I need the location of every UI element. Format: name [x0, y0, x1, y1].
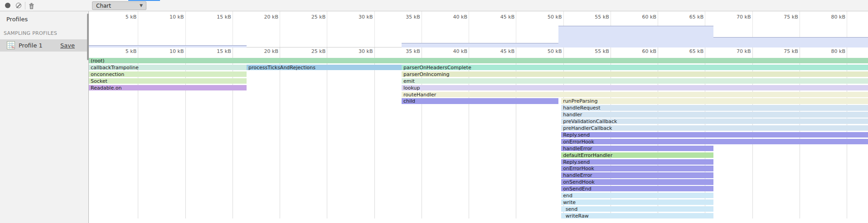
view-mode-select[interactable]: Chart ▼ — [92, 1, 146, 10]
frame-label: child — [402, 99, 415, 104]
flame-frame-write-[interactable]: write_ — [561, 199, 713, 205]
overview-gridline — [233, 11, 233, 47]
frame-label: end — [561, 193, 572, 198]
overview-area-step — [713, 37, 868, 47]
frame-label: (root) — [89, 58, 105, 63]
frame-label: emit — [402, 79, 415, 84]
frame-label: runPreParsing — [561, 99, 597, 104]
overview-tick-label: 65 kB — [676, 14, 703, 20]
flame-frame-parseronincoming[interactable]: parserOnIncoming — [402, 71, 868, 77]
overview-tick-label: 70 kB — [724, 14, 751, 20]
overview-tick-label: 40 kB — [440, 14, 467, 20]
flame-tick-label: 70 kB — [724, 48, 751, 54]
flame-frame--send[interactable]: _send — [561, 206, 713, 212]
overview-tick-label: 5 kB — [109, 14, 136, 20]
frame-label: handleError — [561, 146, 592, 151]
overview-tick-label: 80 kB — [818, 14, 845, 20]
flame-frame-handler[interactable]: handler — [561, 112, 868, 117]
flame-frame-runpreparsing[interactable]: runPreParsing — [561, 98, 868, 104]
flame-tick-label: 80 kB — [818, 48, 845, 54]
overview-gridline — [185, 11, 186, 47]
flame-frame--root-[interactable]: (root) — [89, 58, 868, 63]
frame-label: onconnection — [89, 72, 124, 77]
flame-tick-label: 55 kB — [582, 48, 609, 54]
trash-icon[interactable] — [28, 2, 35, 9]
overview-gridline — [327, 11, 327, 47]
flame-frame-onsendhook[interactable]: onSendHook — [561, 179, 713, 185]
frame-label: processTicksAndRejections — [247, 65, 315, 70]
flame-gridline — [280, 47, 280, 218]
frame-label: handleError — [561, 173, 592, 178]
vertical-scrollbar[interactable] — [87, 14, 89, 60]
view-mode-value: Chart — [96, 3, 111, 9]
flame-frame-defaulterrorhandler[interactable]: defaultErrorHandler — [561, 152, 713, 158]
flame-frame-processticksandrejections[interactable]: processTicksAndRejections — [247, 65, 402, 70]
flame-frame-prevalidationcallback[interactable]: preValidationCallback — [561, 119, 868, 124]
frame-label: defaultErrorHandler — [561, 153, 612, 158]
active-tab-indicator — [128, 0, 160, 1]
profile-heap-icon: % — [7, 41, 15, 49]
flame-frame-handleerror[interactable]: handleError — [561, 172, 713, 178]
overview-tick-label: 75 kB — [771, 14, 798, 20]
flame-tick-label: 75 kB — [771, 48, 798, 54]
main-toolbar: Chart ▼ — [0, 0, 868, 11]
overview-tick-label: 15 kB — [204, 14, 231, 20]
frame-label: Socket — [89, 79, 107, 84]
flame-frame-prehandlercallback[interactable]: preHandlerCallback — [561, 125, 868, 131]
flame-tick-label: 65 kB — [676, 48, 703, 54]
overview-tick-label: 20 kB — [251, 14, 278, 20]
frame-label: Reply.send — [561, 160, 590, 165]
overview-tick-label: 60 kB — [629, 14, 656, 20]
flame-tick-label: 40 kB — [440, 48, 467, 54]
frame-label: preHandlerCallback — [561, 126, 612, 131]
flame-frame-lookup[interactable]: lookup — [402, 85, 868, 90]
flame-tick-label: 25 kB — [298, 48, 325, 54]
flame-tick-label: 45 kB — [487, 48, 514, 54]
flame-frame-end[interactable]: end — [561, 193, 713, 198]
overview-tick-label: 45 kB — [487, 14, 514, 20]
flame-tick-label: 20 kB — [251, 48, 278, 54]
sidebar-item-profile-1[interactable]: % Profile 1 Save — [0, 39, 88, 52]
clear-icon[interactable] — [15, 2, 22, 9]
overview-tick-label: 25 kB — [298, 14, 325, 20]
flame-frame-reply-send[interactable]: Reply.send — [561, 159, 713, 165]
overview-gridline — [374, 11, 375, 47]
frame-label: Readable.on — [89, 85, 121, 90]
record-icon[interactable] — [5, 2, 11, 9]
frame-label: onErrorHook — [561, 139, 594, 144]
frame-label: handler — [561, 112, 582, 117]
flame-frame-emit[interactable]: emit — [402, 78, 868, 84]
flame-frame-reply-send[interactable]: Reply.send — [561, 132, 868, 138]
frame-label: write_ — [561, 200, 578, 205]
flame-frame-socket[interactable]: Socket — [89, 78, 247, 84]
profiler-panel: Chart ▼ Profiles SAMPLING PROFILES % Pro… — [0, 0, 868, 223]
flame-frame-parseronheaderscomplete[interactable]: parserOnHeadersComplete — [402, 65, 868, 70]
sidebar-title: Profiles — [6, 16, 28, 23]
flame-tick-label: 60 kB — [629, 48, 656, 54]
flame-tick-label: 5 kB — [109, 48, 136, 54]
flame-frame-child[interactable]: child — [402, 98, 558, 104]
flame-frame-onconnection[interactable]: onconnection — [89, 71, 247, 77]
save-link[interactable]: Save — [60, 42, 75, 49]
overview-area-step — [89, 45, 247, 47]
flame-frame-onerrorhook[interactable]: onErrorHook — [561, 166, 713, 171]
overview-tick-label: 35 kB — [393, 14, 420, 20]
flame-frame-routehandler[interactable]: routeHandler — [402, 92, 868, 97]
overview-gridline — [422, 11, 422, 47]
sidebar-section-label: SAMPLING PROFILES — [4, 30, 57, 36]
overview-gridline — [516, 11, 516, 47]
flame-frame-handleerror[interactable]: handleError — [561, 146, 713, 151]
flame-frame-onsendend[interactable]: onSendEnd — [561, 186, 713, 191]
flame-frame-handlerequest[interactable]: handleRequest — [561, 105, 868, 110]
flame-frame-readable-on[interactable]: Readable.on — [89, 85, 247, 90]
overview-area-step — [558, 26, 713, 47]
sidebar: Profiles SAMPLING PROFILES % Profile 1 S… — [0, 11, 89, 223]
flame-frame--writeraw[interactable]: _writeRaw — [561, 213, 713, 218]
overview-tick-label: 50 kB — [535, 14, 562, 20]
frame-label: parserOnHeadersComplete — [402, 65, 471, 70]
frame-label: callbackTrampoline — [89, 65, 139, 70]
flame-frame-callbacktrampoline[interactable]: callbackTrampoline — [89, 65, 247, 70]
frame-label: _send — [561, 207, 577, 212]
overview-gridline — [138, 11, 138, 47]
flame-frame-onerrorhook[interactable]: onErrorHook — [561, 139, 868, 144]
